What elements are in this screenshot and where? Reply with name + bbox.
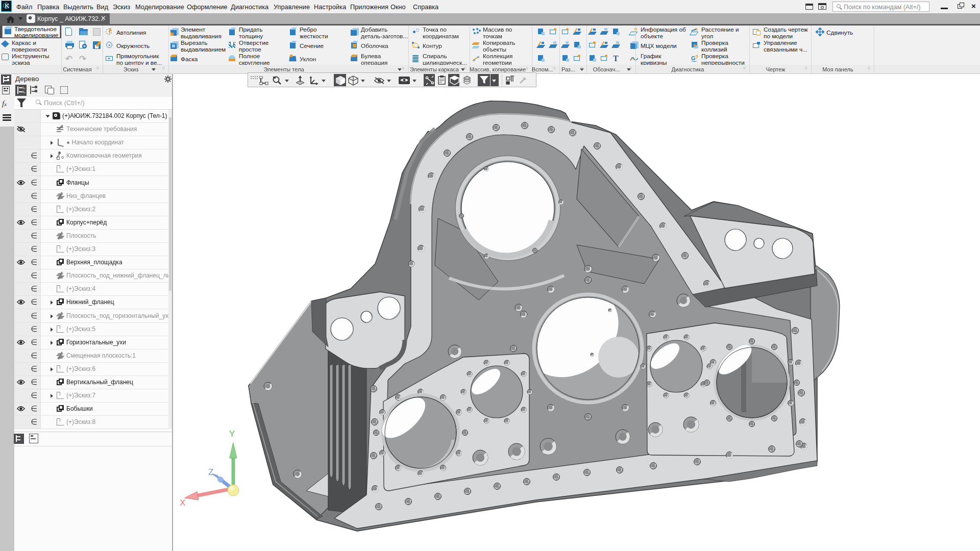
svg-text:Y: Y [229,429,235,439]
svg-text:Z: Z [208,467,213,477]
svg-text:X: X [180,498,185,508]
